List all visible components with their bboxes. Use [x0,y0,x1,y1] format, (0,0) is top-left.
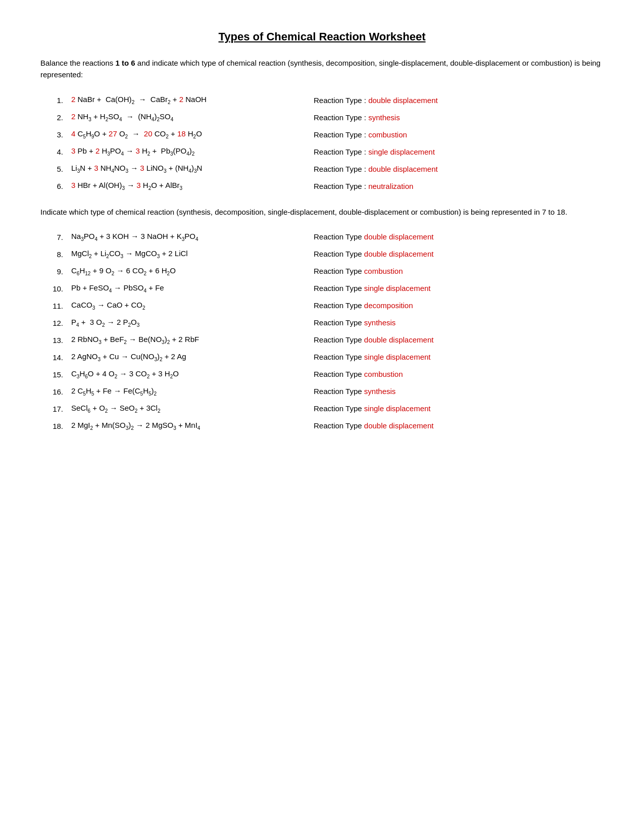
reaction-num-8: 8. [40,246,68,263]
reaction-eq-7: Na3PO4 + 3 KOH → 3 NaOH + K3PO4 [68,228,311,246]
reaction-row-5: 5. Li3N + 3 NH4NO3 → 3 LiNO3 + (NH4)3N R… [40,160,604,177]
reaction-row-11: 11. CaCO3 → CaO + CO2 Reaction Type deco… [40,297,604,314]
reaction-row-16: 16. 2 C5H5 + Fe → Fe(C5H5)2 Reaction Typ… [40,383,604,400]
reaction-num-18: 18. [40,417,68,434]
reaction-eq-11: CaCO3 → CaO + CO2 [68,297,311,314]
reaction-eq-8: MgCl2 + Li2CO3 → MgCO3 + 2 LiCl [68,246,311,263]
reaction-eq-6: 3 HBr + Al(OH)3 → 3 H2O + AlBr3 [68,177,311,194]
reaction-type-13: Reaction Type double displacement [311,331,604,349]
reaction-num-4: 4. [40,143,68,160]
reaction-type-10: Reaction Type single displacement [311,280,604,297]
reaction-type-4: Reaction Type : single displacement [311,143,604,160]
reaction-type-15: Reaction Type combustion [311,366,604,383]
reaction-eq-2: 2 NH3 + H2SO4 → (NH4)2SO4 [68,109,311,126]
reaction-eq-16: 2 C5H5 + Fe → Fe(C5H5)2 [68,383,311,400]
reaction-eq-9: C6H12 + 9 O2 → 6 CO2 + 6 H2O [68,263,311,280]
reaction-type-8: Reaction Type double displacement [311,246,604,263]
reaction-row-15: 15. C3H6O + 4 O2 → 3 CO2 + 3 H2O Reactio… [40,366,604,383]
reaction-row-6: 6. 3 HBr + Al(OH)3 → 3 H2O + AlBr3 React… [40,177,604,194]
instructions-1: Balance the reactions 1 to 6 and indicat… [40,58,604,80]
reaction-row-4: 4. 3 Pb + 2 H3PO4 → 3 H2 + Pb3(PO4)2 Rea… [40,143,604,160]
reaction-row-8: 8. MgCl2 + Li2CO3 → MgCO3 + 2 LiCl React… [40,246,604,263]
page-title: Types of Chemical Reaction Worksheet [40,30,604,43]
reaction-row-12: 12. P4 + 3 O2 → 2 P2O3 Reaction Type syn… [40,314,604,331]
reaction-type-6: Reaction Type : neutralization [311,177,604,194]
reaction-row-1: 1. 2 NaBr + Ca(OH)2 → CaBr2 + 2 NaOH Rea… [40,91,604,109]
reaction-eq-3: 4 C5H9O + 27 O2 → 20 CO2 + 18 H2O [68,126,311,143]
reaction-type-14: Reaction Type single displacement [311,349,604,366]
reaction-num-11: 11. [40,297,68,314]
reaction-eq-4: 3 Pb + 2 H3PO4 → 3 H2 + Pb3(PO4)2 [68,143,311,160]
reaction-eq-13: 2 RbNO3 + BeF2 → Be(NO3)2 + 2 RbF [68,331,311,349]
reaction-type-12: Reaction Type synthesis [311,314,604,331]
reaction-eq-17: SeCl6 + O2 → SeO2 + 3Cl2 [68,400,311,417]
reaction-type-11: Reaction Type decomposition [311,297,604,314]
reaction-row-3: 3. 4 C5H9O + 27 O2 → 20 CO2 + 18 H2O Rea… [40,126,604,143]
reaction-row-9: 9. C6H12 + 9 O2 → 6 CO2 + 6 H2O Reaction… [40,263,604,280]
reaction-type-5: Reaction Type : double displacement [311,160,604,177]
reaction-num-13: 13. [40,331,68,349]
reaction-type-16: Reaction Type synthesis [311,383,604,400]
reaction-row-13: 13. 2 RbNO3 + BeF2 → Be(NO3)2 + 2 RbF Re… [40,331,604,349]
reaction-type-2: Reaction Type : synthesis [311,109,604,126]
reaction-row-18: 18. 2 MgI2 + Mn(SO3)2 → 2 MgSO3 + MnI4 R… [40,417,604,434]
reactions-part1: 1. 2 NaBr + Ca(OH)2 → CaBr2 + 2 NaOH Rea… [40,91,604,194]
reaction-num-9: 9. [40,263,68,280]
reaction-num-10: 10. [40,280,68,297]
reaction-type-18: Reaction Type double displacement [311,417,604,434]
reaction-type-3: Reaction Type : combustion [311,126,604,143]
reaction-eq-15: C3H6O + 4 O2 → 3 CO2 + 3 H2O [68,366,311,383]
reaction-num-7: 7. [40,228,68,246]
reaction-num-15: 15. [40,366,68,383]
reactions-part2: 7. Na3PO4 + 3 KOH → 3 NaOH + K3PO4 React… [40,228,604,434]
reaction-num-16: 16. [40,383,68,400]
reaction-num-14: 14. [40,349,68,366]
reaction-type-7: Reaction Type double displacement [311,228,604,246]
reaction-num-5: 5. [40,160,68,177]
reaction-row-10: 10. Pb + FeSO4 → PbSO4 + Fe Reaction Typ… [40,280,604,297]
reaction-eq-14: 2 AgNO3 + Cu → Cu(NO3)2 + 2 Ag [68,349,311,366]
instructions-2: Indicate which type of chemical reaction… [40,207,604,218]
reaction-num-1: 1. [40,91,68,109]
reaction-eq-18: 2 MgI2 + Mn(SO3)2 → 2 MgSO3 + MnI4 [68,417,311,434]
reaction-eq-12: P4 + 3 O2 → 2 P2O3 [68,314,311,331]
reaction-row-7: 7. Na3PO4 + 3 KOH → 3 NaOH + K3PO4 React… [40,228,604,246]
reaction-num-17: 17. [40,400,68,417]
reaction-eq-10: Pb + FeSO4 → PbSO4 + Fe [68,280,311,297]
reaction-type-9: Reaction Type combustion [311,263,604,280]
reaction-type-1: Reaction Type : double displacement [311,91,604,109]
reaction-num-12: 12. [40,314,68,331]
reaction-type-17: Reaction Type single displacement [311,400,604,417]
reaction-num-3: 3. [40,126,68,143]
reaction-row-2: 2. 2 NH3 + H2SO4 → (NH4)2SO4 Reaction Ty… [40,109,604,126]
reaction-eq-5: Li3N + 3 NH4NO3 → 3 LiNO3 + (NH4)3N [68,160,311,177]
reaction-num-6: 6. [40,177,68,194]
reaction-eq-1: 2 NaBr + Ca(OH)2 → CaBr2 + 2 NaOH [68,91,311,109]
reaction-row-14: 14. 2 AgNO3 + Cu → Cu(NO3)2 + 2 Ag React… [40,349,604,366]
reaction-num-2: 2. [40,109,68,126]
reaction-row-17: 17. SeCl6 + O2 → SeO2 + 3Cl2 Reaction Ty… [40,400,604,417]
